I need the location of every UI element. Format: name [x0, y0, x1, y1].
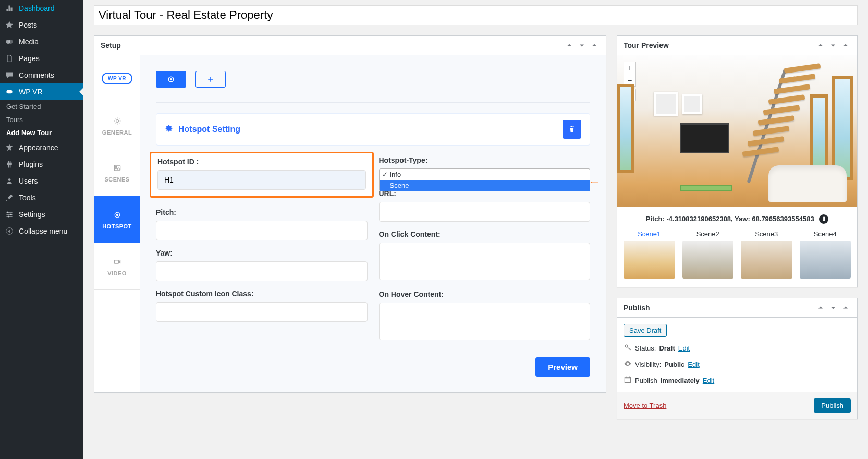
svg-point-8: [10, 213, 12, 215]
svg-rect-20: [625, 377, 630, 382]
move-to-trash-link[interactable]: Move to Trash: [624, 402, 666, 409]
menu-comments[interactable]: Comments: [0, 67, 83, 83]
menu-label: Settings: [19, 210, 45, 219]
tour-preview-panel: Tour Preview + −: [617, 35, 858, 287]
settings-icon: [4, 209, 15, 220]
svg-point-15: [116, 214, 118, 215]
move-up-icon[interactable]: [815, 303, 826, 313]
scene-thumb-4[interactable]: Scene4: [800, 230, 851, 279]
tab-label: GENERAL: [102, 129, 132, 136]
page-icon: [4, 53, 15, 64]
setting-title: Hotspot Setting: [178, 125, 240, 134]
comment-icon: [4, 70, 15, 80]
edit-schedule-link[interactable]: Edit: [703, 377, 714, 384]
tab-hotspot[interactable]: HOTSPOT: [94, 196, 140, 243]
menu-tools[interactable]: Tools: [0, 189, 83, 206]
submenu-tours[interactable]: Tours: [0, 113, 83, 126]
panorama-viewer[interactable]: + −: [617, 55, 857, 207]
icon-class-label: Hotspot Custom Icon Class:: [156, 289, 368, 298]
menu-label: Comments: [19, 71, 54, 79]
calendar-icon: [624, 376, 632, 385]
onclick-textarea[interactable]: [379, 243, 591, 280]
setup-title: Setup: [101, 41, 121, 50]
eye-icon: [624, 359, 632, 369]
onclick-label: On Click Content:: [379, 230, 591, 238]
publish-button[interactable]: Publish: [814, 398, 851, 413]
svg-point-3: [8, 178, 11, 181]
menu-pages[interactable]: Pages: [0, 50, 83, 67]
menu-dashboard[interactable]: Dashboard: [0, 0, 83, 17]
menu-users[interactable]: Users: [0, 173, 83, 189]
move-up-icon[interactable]: [564, 40, 574, 51]
menu-wpvr[interactable]: WP VR: [0, 83, 83, 100]
publish-panel: Publish Save Draft Status: Draft: [617, 298, 858, 419]
delete-hotspot-button[interactable]: [563, 120, 581, 139]
tab-general[interactable]: GENERAL: [94, 102, 140, 149]
wpvr-logo: WP VR: [94, 55, 140, 102]
save-draft-button[interactable]: Save Draft: [624, 324, 667, 337]
plugins-icon: [4, 159, 15, 170]
scene-thumb-3[interactable]: Scene3: [741, 230, 792, 279]
pin-icon: [4, 20, 15, 30]
menu-appearance[interactable]: Appearance: [0, 139, 83, 156]
add-hotspot-button[interactable]: [195, 71, 226, 88]
move-down-icon[interactable]: [577, 40, 587, 51]
tab-label: HOTSPOT: [102, 223, 132, 230]
move-down-icon[interactable]: [828, 40, 838, 51]
menu-label: Plugins: [19, 160, 43, 168]
key-icon: [624, 343, 632, 353]
submenu-get-started[interactable]: Get Started: [0, 100, 83, 113]
url-input[interactable]: [379, 202, 591, 222]
preview-button[interactable]: Preview: [535, 357, 590, 377]
wpvr-logo-text: WP VR: [102, 73, 132, 84]
toggle-panel-icon[interactable]: [840, 40, 851, 51]
tab-video[interactable]: VIDEO: [94, 243, 140, 290]
download-icon[interactable]: ⬇: [819, 214, 828, 224]
move-down-icon[interactable]: [828, 303, 838, 313]
submenu-add-new-tour[interactable]: Add New Tour: [0, 126, 83, 139]
toggle-panel-icon[interactable]: [589, 40, 600, 51]
scene-thumb-1[interactable]: Scene1: [624, 230, 675, 279]
hotspot-tab-button[interactable]: [156, 71, 186, 88]
admin-sidebar: Dashboard Posts Media Pages Comments WP …: [0, 0, 83, 459]
page-title-input[interactable]: [94, 5, 858, 25]
pitch-input[interactable]: [156, 221, 368, 240]
svg-rect-12: [114, 165, 120, 171]
onhover-textarea[interactable]: [379, 303, 591, 340]
tab-label: VIDEO: [107, 270, 127, 276]
menu-plugins[interactable]: Plugins: [0, 156, 83, 173]
move-up-icon[interactable]: [815, 40, 826, 51]
hotspot-id-highlight: Hotspot ID :: [150, 152, 374, 198]
wpvr-icon: [4, 87, 15, 97]
option-info[interactable]: Info: [380, 169, 590, 180]
menu-collapse[interactable]: Collapse menu: [0, 223, 83, 239]
scene-thumb-2[interactable]: Scene2: [682, 230, 734, 279]
target-icon: [112, 210, 123, 220]
menu-media[interactable]: Media: [0, 33, 83, 50]
tab-label: SCENES: [104, 176, 129, 183]
edit-visibility-link[interactable]: Edit: [688, 360, 699, 368]
menu-label: Appearance: [19, 143, 58, 152]
hotspot-id-input[interactable]: [157, 170, 366, 190]
menu-label: WP VR: [19, 88, 43, 96]
main-content: Setup WP VR: [83, 0, 868, 459]
toggle-panel-icon[interactable]: [840, 303, 851, 313]
scene-name: Scene3: [741, 230, 792, 238]
setup-panel: Setup WP VR: [94, 35, 606, 393]
tour-preview-title: Tour Preview: [624, 41, 669, 50]
onhover-label: On Hover Content:: [379, 290, 591, 298]
menu-posts[interactable]: Posts: [0, 17, 83, 33]
hotspot-id-label: Hotspot ID :: [157, 158, 366, 166]
menu-label: Users: [19, 177, 38, 185]
edit-status-link[interactable]: Edit: [678, 344, 690, 352]
image-icon: [112, 163, 123, 173]
icon-class-input[interactable]: [156, 302, 368, 322]
yaw-input[interactable]: [156, 261, 368, 281]
menu-settings[interactable]: Settings: [0, 206, 83, 223]
visibility-line: Visibility: Public Edit: [624, 359, 851, 369]
svg-rect-16: [114, 260, 118, 263]
setup-tabs: WP VR GENERAL SCENES: [94, 55, 140, 392]
tab-scenes[interactable]: SCENES: [94, 149, 140, 196]
zoom-in-button[interactable]: +: [624, 62, 636, 74]
option-scene[interactable]: Scene: [380, 180, 590, 191]
